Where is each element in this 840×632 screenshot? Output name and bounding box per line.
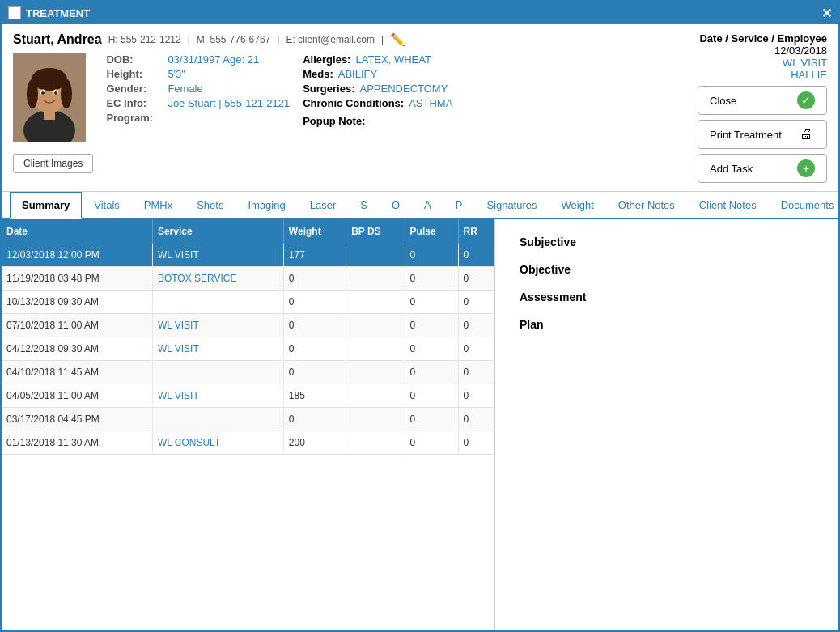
patient-phone-h: H: 555-212-1212	[108, 34, 181, 45]
table-cell: 185	[283, 384, 346, 408]
table-cell	[346, 408, 405, 431]
chronic-value: ASTHMA	[409, 97, 452, 109]
table-cell: 0	[405, 361, 458, 384]
print-treatment-button[interactable]: Print Treatment 🖨	[698, 120, 827, 149]
patient-phone-m: M: 555-776-6767	[197, 34, 270, 45]
table-row[interactable]: 04/12/2018 09:30 AMWL VISIT000	[2, 337, 494, 361]
height-label: Height:	[106, 68, 163, 80]
col-service: Service	[152, 219, 283, 244]
table-cell: 01/13/2018 11:30 AM	[2, 431, 152, 455]
summary-table-area: Date Service Weight BP DS Pulse RR 12/03…	[2, 219, 495, 630]
program-label: Program:	[106, 112, 163, 124]
avatar-section: Client Images	[13, 53, 93, 173]
chronic-row: Chronic Conditions: ASTHMA	[303, 97, 529, 109]
treatment-window: TREATMENT ✕ Stuart, Andrea H: 555-212-12…	[0, 0, 840, 632]
table-row[interactable]: 07/10/2018 11:00 AMWL VISIT000	[2, 314, 494, 337]
tab-weight[interactable]: Weight	[549, 192, 606, 218]
height-value: 5'3"	[168, 68, 185, 80]
patient-info-left: Stuart, Andrea H: 555-212-1212 | M: 555-…	[13, 32, 657, 183]
table-cell: 0	[283, 267, 346, 291]
patient-name-row: Stuart, Andrea H: 555-212-1212 | M: 555-…	[13, 32, 657, 47]
table-cell	[346, 384, 405, 408]
height-row: Height: 5'3"	[106, 68, 290, 80]
table-row[interactable]: 01/13/2018 11:30 AMWL CONSULT20000	[2, 431, 494, 455]
table-cell	[346, 431, 405, 455]
table-cell: 200	[283, 431, 346, 455]
title-bar-left: TREATMENT	[8, 6, 90, 19]
table-cell	[346, 361, 405, 384]
soap-assessment: Assessment	[520, 291, 814, 303]
tab-signatures[interactable]: Signatures	[474, 192, 549, 218]
table-cell: 177	[283, 244, 346, 267]
table-row[interactable]: 10/13/2018 09:30 AM000	[2, 291, 494, 314]
window-title: TREATMENT	[26, 7, 90, 19]
table-cell: WL CONSULT	[152, 431, 283, 455]
window-close-button[interactable]: ✕	[821, 6, 832, 21]
svg-point-5	[61, 79, 72, 108]
table-cell: 0	[405, 244, 458, 267]
tab-documents[interactable]: Documents	[769, 192, 840, 218]
table-row[interactable]: 04/10/2018 11:45 AM000	[2, 361, 494, 384]
table-cell: 0	[458, 408, 494, 431]
visits-table: Date Service Weight BP DS Pulse RR 12/03…	[2, 219, 494, 455]
tab-summary[interactable]: Summary	[10, 192, 82, 219]
meds-value: ABILIFY	[338, 68, 377, 80]
ec-value: Joe Stuart | 555-121-2121	[168, 97, 290, 109]
table-cell: 0	[283, 361, 346, 384]
table-scroll-area[interactable]: Date Service Weight BP DS Pulse RR 12/03…	[2, 219, 494, 630]
patient-email: E: client@email.com	[286, 34, 375, 45]
patient-name: Stuart, Andrea	[13, 32, 102, 47]
tab-a[interactable]: A	[412, 192, 443, 218]
table-row[interactable]: 03/17/2018 04:45 PM000	[2, 408, 494, 431]
col-pulse: Pulse	[405, 219, 458, 244]
table-cell: 0	[283, 408, 346, 431]
table-cell: 03/17/2018 04:45 PM	[2, 408, 152, 431]
tab-shots[interactable]: Shots	[185, 192, 235, 218]
table-row[interactable]: 12/03/2018 12:00 PMWL VISIT17700	[2, 244, 494, 267]
gender-row: Gender: Female	[106, 83, 290, 95]
gender-label: Gender:	[106, 83, 163, 95]
tab-pmhx[interactable]: PMHx	[132, 192, 185, 218]
table-cell: 0	[405, 337, 458, 361]
table-cell: 04/05/2018 11:00 AM	[2, 384, 152, 408]
tab-s[interactable]: S	[348, 192, 380, 218]
tab-client-notes[interactable]: Client Notes	[687, 192, 769, 218]
table-cell: 10/13/2018 09:30 AM	[2, 291, 152, 314]
table-row[interactable]: 11/19/2018 03:48 PMBOTOX SERVICE000	[2, 267, 494, 291]
close-button[interactable]: Close ✓	[698, 86, 827, 115]
main-content: Date Service Weight BP DS Pulse RR 12/03…	[2, 219, 838, 630]
tab-p[interactable]: P	[443, 192, 475, 218]
program-row: Program:	[106, 112, 290, 124]
table-cell	[152, 408, 283, 431]
add-task-button[interactable]: Add Task +	[698, 154, 827, 183]
chronic-label: Chronic Conditions:	[303, 97, 404, 109]
gender-value: Female	[168, 83, 202, 95]
table-cell: 04/10/2018 11:45 AM	[2, 361, 152, 384]
table-cell: 0	[283, 314, 346, 337]
edit-patient-icon[interactable]: ✏️	[390, 32, 405, 47]
title-bar: TREATMENT ✕	[2, 2, 838, 24]
tab-vitals[interactable]: Vitals	[82, 192, 132, 218]
tab-imaging[interactable]: Imaging	[235, 192, 297, 218]
dob-value: 03/31/1997 Age: 21	[168, 53, 259, 66]
table-cell: 0	[405, 267, 458, 291]
table-cell: WL VISIT	[152, 384, 283, 408]
tab-o[interactable]: O	[380, 192, 412, 218]
surgeries-value: APPENDECTOMY	[360, 83, 448, 95]
tab-other-notes[interactable]: Other Notes	[606, 192, 687, 218]
table-cell: 0	[458, 314, 494, 337]
col-weight: Weight	[283, 219, 346, 244]
ec-label: EC Info:	[106, 97, 163, 109]
printer-icon: 🖨	[797, 125, 815, 143]
window-icon	[8, 6, 21, 19]
meds-label: Meds:	[303, 68, 333, 80]
table-row[interactable]: 04/05/2018 11:00 AMWL VISIT18500	[2, 384, 494, 408]
table-cell: 0	[458, 384, 494, 408]
date-service-block: Date / Service / Employee 12/03/2018 WL …	[699, 32, 827, 81]
client-images-button[interactable]: Client Images	[13, 154, 93, 173]
date-service-title: Date / Service / Employee	[699, 32, 827, 45]
svg-point-9	[54, 91, 57, 95]
tab-laser[interactable]: Laser	[298, 192, 349, 218]
pipe1: |	[188, 34, 190, 45]
table-cell: 07/10/2018 11:00 AM	[2, 314, 152, 337]
